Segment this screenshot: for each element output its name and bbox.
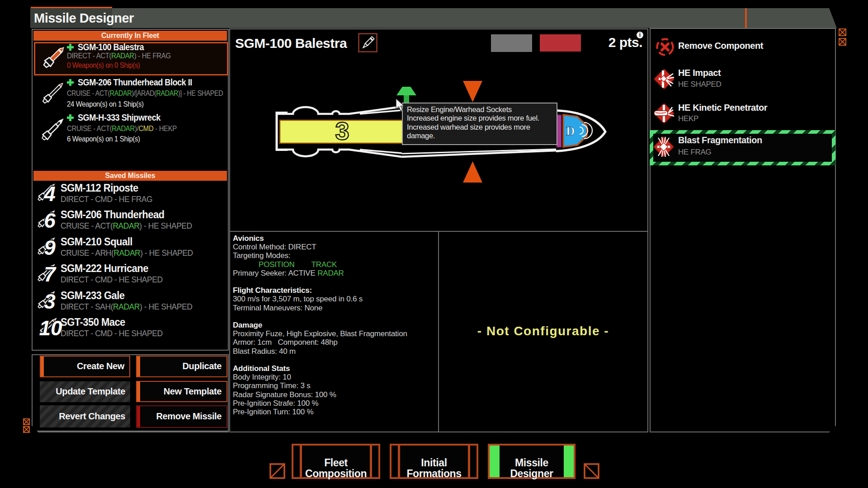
svg-text:3: 3 (335, 117, 349, 145)
svg-text:D: D (566, 124, 575, 138)
